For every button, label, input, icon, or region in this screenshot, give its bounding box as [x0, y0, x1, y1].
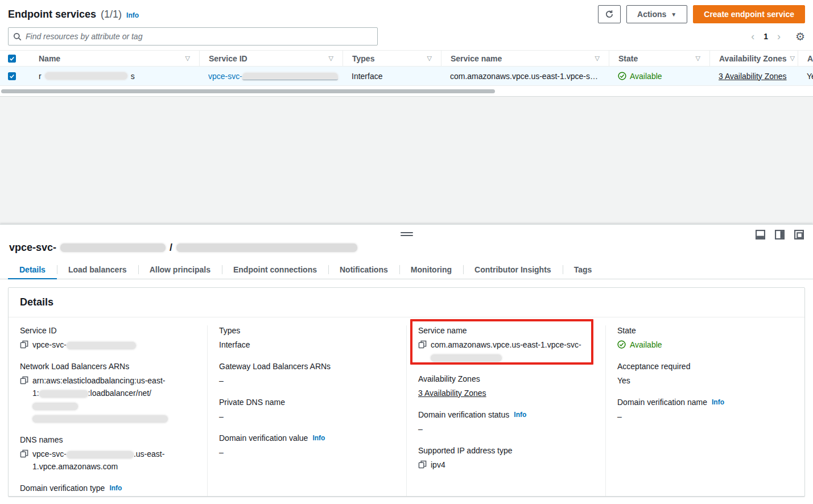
- filter-caret-icon[interactable]: ▽: [595, 55, 600, 62]
- availability-zones-link[interactable]: 3 Availability Zones: [719, 72, 787, 81]
- column-header-name[interactable]: Name ▽: [27, 51, 199, 66]
- details-column-3: Service name com.amazonaws.vpce.us-east-…: [406, 325, 605, 496]
- panel-detach-icon[interactable]: [794, 230, 804, 239]
- details-card: Details Service ID vpce-svc-: [8, 287, 805, 497]
- detail-tabs: Details Load balancers Allow principals …: [0, 261, 813, 279]
- name-text: r: [39, 72, 42, 81]
- field-label: Service name: [418, 325, 594, 336]
- filter-caret-icon[interactable]: ▽: [790, 55, 795, 62]
- cell-service-name: com.amazonaws.vpce.us-east-1.vpce-sv...: [441, 67, 609, 85]
- column-label: Name: [39, 54, 60, 63]
- status-badge: Available: [630, 338, 662, 351]
- column-header-types[interactable]: Types ▽: [342, 51, 441, 66]
- select-all-checkbox[interactable]: [8, 55, 16, 63]
- column-header-acceptance[interactable]: Acceptance required: [798, 51, 813, 66]
- endpoint-services-section: Endpoint services (1/1) Info Actions ▼ C…: [0, 0, 813, 97]
- table-row[interactable]: rs vpce-svc- Interface com.amazonaws.vpc…: [0, 67, 813, 86]
- field-domain-verification-type: Domain verification type Info –: [20, 483, 196, 497]
- redacted-text: [67, 451, 134, 458]
- field-label: Domain verification status: [418, 410, 509, 420]
- cell-service-id: vpce-svc-: [199, 67, 342, 85]
- tab-endpoint-connections[interactable]: Endpoint connections: [222, 261, 328, 279]
- copy-icon[interactable]: [20, 376, 28, 385]
- copy-icon[interactable]: [418, 460, 427, 469]
- copy-icon[interactable]: [418, 340, 427, 349]
- filter-caret-icon[interactable]: ▽: [329, 55, 333, 62]
- column-header-availability-zones[interactable]: Availability Zones ▽: [709, 51, 798, 66]
- info-link[interactable]: Info: [712, 397, 724, 407]
- info-link[interactable]: Info: [126, 11, 139, 19]
- create-endpoint-service-button[interactable]: Create endpoint service: [693, 5, 805, 23]
- tab-tags[interactable]: Tags: [563, 261, 604, 279]
- tab-allow-principals[interactable]: Allow principals: [138, 261, 222, 279]
- filter-caret-icon[interactable]: ▽: [696, 55, 700, 62]
- tab-notifications[interactable]: Notifications: [328, 261, 399, 279]
- field-domain-verification-status: Domain verification status Info –: [418, 410, 594, 435]
- column-header-state[interactable]: State ▽: [609, 51, 709, 66]
- column-label: Acceptance required: [807, 54, 813, 63]
- field-supported-ip-type: Supported IP address type ipv4: [418, 445, 594, 471]
- dns-names-value: vpce-svc-.us-east- 1.vpce.amazonaws.com: [32, 448, 164, 473]
- copy-icon[interactable]: [20, 340, 28, 349]
- info-link[interactable]: Info: [109, 483, 122, 493]
- field-label: Network Load Balancers ARNs: [20, 361, 196, 371]
- field-availability-zones: Availability Zones 3 Availability Zones: [418, 374, 594, 399]
- info-link[interactable]: Info: [514, 410, 526, 420]
- refresh-button[interactable]: [598, 5, 621, 23]
- search-box[interactable]: [8, 27, 378, 46]
- actions-button-label: Actions: [637, 10, 666, 19]
- tab-monitoring[interactable]: Monitoring: [399, 261, 463, 279]
- field-nlb-arns: Network Load Balancers ARNs arn:aws:elas…: [20, 361, 196, 424]
- field-label: Private DNS name: [219, 397, 395, 407]
- field-value: –: [219, 374, 224, 387]
- previous-page-button[interactable]: ‹: [748, 31, 758, 42]
- field-label: Domain verification name: [617, 397, 707, 407]
- service-name-value: com.amazonaws.vpce.us-east-1.vpce-svc-: [431, 338, 581, 363]
- service-id-text: vpce-svc-: [208, 72, 242, 81]
- field-dns-names: DNS names vpce-svc-.us-east- 1.vpce.amaz…: [20, 435, 196, 473]
- scrollbar-thumb[interactable]: [1, 89, 495, 93]
- field-service-name: Service name com.amazonaws.vpce.us-east-…: [418, 325, 594, 363]
- table-toolbar: ‹ 1 › ⚙: [0, 26, 813, 50]
- column-header-service-id[interactable]: Service ID ▽: [199, 51, 342, 66]
- column-label: Availability Zones: [719, 54, 787, 63]
- redacted-text: [176, 243, 357, 252]
- panel-position-bottom-icon[interactable]: [756, 230, 765, 239]
- tab-load-balancers[interactable]: Load balancers: [57, 261, 138, 279]
- field-types: Types Interface: [219, 325, 395, 351]
- cell-acceptance: Yes: [798, 67, 813, 85]
- copy-icon[interactable]: [20, 449, 28, 458]
- field-domain-verification-name: Domain verification name Info –: [617, 397, 793, 423]
- tab-details[interactable]: Details: [8, 261, 57, 279]
- availability-zones-link[interactable]: 3 Availability Zones: [418, 387, 486, 399]
- field-label: Domain verification value: [219, 433, 308, 443]
- cell-availability-zones: 3 Availability Zones: [709, 67, 798, 85]
- horizontal-scrollbar[interactable]: [0, 89, 813, 94]
- field-label: Acceptance required: [617, 361, 793, 371]
- info-link[interactable]: Info: [312, 433, 325, 443]
- row-checkbox[interactable]: [8, 72, 16, 80]
- field-label: Domain verification type: [20, 483, 105, 493]
- actions-button[interactable]: Actions ▼: [626, 5, 687, 23]
- redacted-text: [431, 354, 502, 362]
- filter-caret-icon[interactable]: ▽: [185, 55, 190, 62]
- service-id-link[interactable]: vpce-svc-: [208, 72, 338, 81]
- service-id-value: vpce-svc-: [32, 340, 67, 349]
- types-text: Interface: [352, 72, 382, 81]
- current-page[interactable]: 1: [758, 32, 774, 41]
- panel-position-side-icon[interactable]: [775, 230, 785, 239]
- detail-split-panel: vpce-svc- / Details Load balancers Allow…: [0, 224, 813, 504]
- row-select-cell: [0, 67, 27, 85]
- field-gateway-lb-arns: Gateway Load Balancers ARNs –: [219, 361, 395, 387]
- create-button-label: Create endpoint service: [704, 10, 794, 19]
- next-page-button[interactable]: ›: [774, 31, 784, 42]
- split-drag-handle-icon[interactable]: [401, 232, 413, 236]
- settings-gear-icon[interactable]: ⚙: [795, 31, 805, 42]
- filter-caret-icon[interactable]: ▽: [427, 55, 432, 62]
- tab-contributor-insights[interactable]: Contributor Insights: [463, 261, 563, 279]
- chevron-down-icon: ▼: [671, 11, 676, 18]
- search-icon: [13, 32, 22, 41]
- column-label: Service ID: [209, 54, 247, 63]
- column-header-service-name[interactable]: Service name ▽: [441, 51, 609, 66]
- search-input[interactable]: [26, 32, 373, 41]
